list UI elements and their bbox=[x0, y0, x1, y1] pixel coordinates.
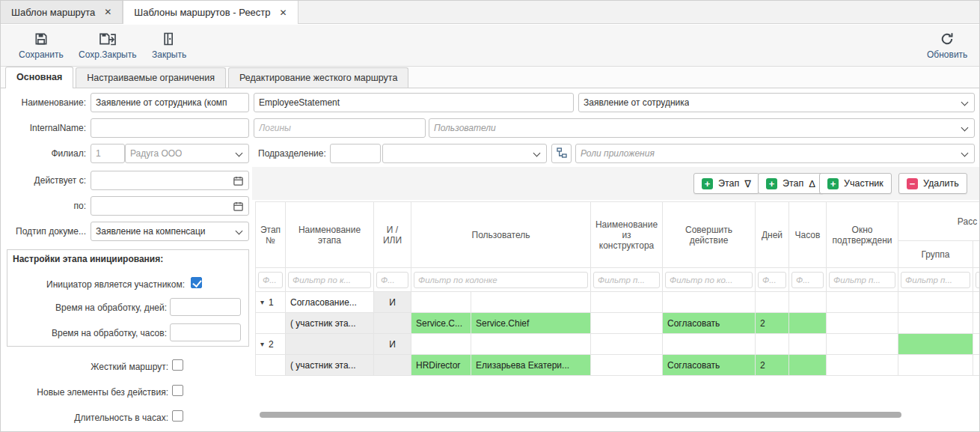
filter-stage-name[interactable] bbox=[288, 272, 371, 288]
hard-route-checkbox[interactable] bbox=[172, 359, 183, 371]
cell-stage-no[interactable]: ▾1 bbox=[256, 292, 286, 313]
cell-group[interactable] bbox=[898, 355, 973, 376]
cell-and-or[interactable] bbox=[374, 313, 411, 334]
filter-stage-no[interactable] bbox=[258, 272, 283, 288]
close-icon[interactable]: ✕ bbox=[104, 7, 111, 17]
filter-and-or[interactable] bbox=[376, 272, 408, 288]
delete-button[interactable]: − Удалить bbox=[898, 173, 967, 194]
add-stage-below-button[interactable]: + Этап ∇ bbox=[693, 173, 759, 194]
col-header-group[interactable]: Группа bbox=[898, 241, 973, 268]
valid-from-input[interactable] bbox=[91, 171, 249, 190]
cell-hours[interactable] bbox=[789, 313, 827, 334]
cell-confirm-window[interactable] bbox=[827, 334, 898, 355]
cell-stage-no[interactable]: ▾2 bbox=[256, 334, 286, 355]
expand-icon[interactable]: ▾ bbox=[260, 298, 264, 306]
cell-days[interactable] bbox=[756, 292, 789, 313]
col-header-hours[interactable]: Часов bbox=[789, 202, 827, 268]
add-participant-button[interactable]: + Участник bbox=[819, 173, 892, 194]
filter-confirm-window[interactable] bbox=[829, 272, 895, 288]
cell-confirm-window[interactable] bbox=[827, 355, 898, 376]
filter-hours[interactable] bbox=[791, 272, 824, 288]
col-header-stage-no[interactable]: Этап № bbox=[256, 202, 286, 268]
roles-select[interactable]: Роли приложения bbox=[575, 144, 975, 163]
window-tab-route-registry[interactable]: Шаблоны маршрутов - Реестр ✕ bbox=[123, 1, 298, 24]
cell-action[interactable] bbox=[663, 292, 756, 313]
filter-from-constructor[interactable] bbox=[593, 272, 660, 288]
valid-to-input[interactable] bbox=[91, 196, 249, 216]
calendar-icon[interactable] bbox=[233, 201, 244, 214]
col-header-action[interactable]: Совершить действие bbox=[663, 202, 756, 268]
cell-days[interactable] bbox=[756, 334, 789, 355]
department-select[interactable] bbox=[382, 144, 547, 163]
cell-stage-name[interactable]: ( участник эта... bbox=[286, 313, 374, 334]
cell-from-constructor[interactable] bbox=[591, 313, 663, 334]
department-code-input[interactable] bbox=[330, 144, 381, 163]
expand-icon[interactable]: ▾ bbox=[260, 340, 264, 348]
doc-type-select[interactable]: Заявление от сотрудника bbox=[578, 93, 975, 112]
cell-and-or[interactable] bbox=[374, 355, 411, 376]
table-row-stage-1[interactable]: ▾1 Согласование... И bbox=[256, 292, 980, 313]
close-icon[interactable]: ✕ bbox=[280, 7, 287, 18]
filter-user[interactable] bbox=[414, 272, 588, 288]
branch-select[interactable]: Радуга ООО bbox=[125, 144, 249, 163]
col-header-from-constructor[interactable]: Наименование из конструктора bbox=[591, 202, 663, 268]
cell-from-constructor[interactable] bbox=[591, 334, 663, 355]
cell-action[interactable]: Согласовать bbox=[663, 355, 756, 376]
table-row-stage-2[interactable]: ▾2 И bbox=[256, 334, 980, 355]
branch-code-input[interactable] bbox=[91, 144, 125, 163]
new-elements-checkbox[interactable] bbox=[172, 385, 183, 396]
tab-hard-route-editing[interactable]: Редактирование жесткого маршрута bbox=[228, 67, 408, 88]
cell-user[interactable]: Елизарьева Екатери... bbox=[471, 355, 591, 376]
internal-name-value-input[interactable] bbox=[254, 93, 574, 112]
cell-group[interactable] bbox=[898, 313, 973, 334]
table-row-participant-1[interactable]: ( участник эта... Service.C... Service.C… bbox=[256, 313, 980, 334]
col-header-user[interactable]: Пользователь bbox=[411, 202, 591, 268]
cell-stage-no[interactable] bbox=[256, 355, 286, 376]
department-tree-button[interactable] bbox=[551, 144, 572, 163]
filter-extra[interactable] bbox=[976, 272, 980, 288]
duration-hours-checkbox[interactable] bbox=[172, 410, 183, 422]
cell-group[interactable] bbox=[898, 292, 973, 313]
filter-days[interactable] bbox=[758, 272, 786, 288]
cell-action[interactable]: Согласовать bbox=[663, 313, 756, 334]
table-row-participant-2[interactable]: ( участник эта... HRDirector Елизарьева … bbox=[256, 355, 980, 376]
cell-stage-name[interactable] bbox=[286, 334, 374, 355]
cell-login[interactable] bbox=[411, 334, 471, 355]
cell-from-constructor[interactable] bbox=[591, 292, 663, 313]
cell-login[interactable]: HRDirector bbox=[411, 355, 471, 376]
filter-group[interactable] bbox=[901, 272, 970, 288]
save-button[interactable]: Сохранить bbox=[14, 30, 68, 61]
cell-hours[interactable] bbox=[789, 292, 827, 313]
cell-user[interactable]: Service.Chief bbox=[471, 313, 591, 334]
cell-and-or[interactable]: И bbox=[374, 292, 411, 313]
col-header-days[interactable]: Дней bbox=[756, 202, 789, 268]
col-header-and-or[interactable]: И / ИЛИ bbox=[374, 202, 411, 268]
subtype-select[interactable]: Заявление на компенсаци bbox=[91, 222, 249, 241]
cell-user[interactable] bbox=[471, 292, 591, 313]
cell-days[interactable]: 2 bbox=[756, 355, 789, 376]
users-select[interactable]: Пользователи bbox=[429, 118, 975, 138]
cell-confirm-window[interactable] bbox=[827, 313, 898, 334]
cell-hours[interactable] bbox=[789, 334, 827, 355]
cell-login[interactable] bbox=[411, 292, 471, 313]
cell-hours[interactable] bbox=[789, 355, 827, 376]
close-button[interactable]: Закрыть bbox=[147, 30, 191, 61]
horizontal-scrollbar[interactable] bbox=[260, 412, 901, 418]
cell-login[interactable]: Service.C... bbox=[411, 313, 471, 334]
cell-stage-name[interactable]: ( участник эта... bbox=[286, 355, 374, 376]
initiator-checkbox[interactable] bbox=[191, 277, 202, 288]
name-input[interactable] bbox=[91, 93, 249, 112]
window-tab-route-template[interactable]: Шаблон маршрута ✕ bbox=[1, 1, 123, 23]
cell-and-or[interactable]: И bbox=[374, 334, 411, 355]
save-close-button[interactable]: Сохр.Закрыть bbox=[74, 30, 141, 61]
internal-name-input[interactable] bbox=[91, 118, 249, 138]
filter-action[interactable] bbox=[665, 272, 753, 288]
cell-group[interactable] bbox=[898, 334, 973, 355]
refresh-button[interactable]: Обновить bbox=[922, 30, 972, 61]
tab-custom-constraints[interactable]: Настраиваемые ограничения bbox=[76, 67, 226, 88]
col-header-confirm-window[interactable]: Окно подтверждени bbox=[827, 202, 898, 268]
add-stage-above-button[interactable]: + Этап Δ bbox=[758, 173, 824, 194]
tab-main[interactable]: Основная bbox=[5, 67, 73, 88]
process-days-input[interactable] bbox=[170, 298, 241, 316]
process-hours-input[interactable] bbox=[170, 323, 241, 341]
